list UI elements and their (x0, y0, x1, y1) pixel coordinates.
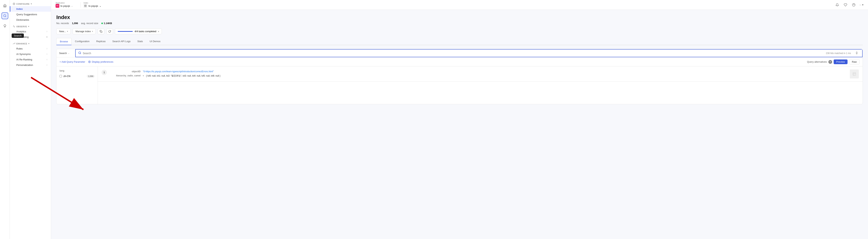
facet-item[interactable]: zh-CN 1,096 (60, 74, 95, 78)
tab-ui-demos[interactable]: UI Demos (146, 38, 164, 45)
facet-label: zh-CN (63, 75, 70, 78)
configure-section: CONFIGURE ▾ (10, 0, 51, 6)
tab-search-api-logs[interactable]: Search API Logs (109, 38, 134, 45)
new-button[interactable]: New... ▾ (56, 28, 71, 34)
app-selector: Application TY ts-yayujs ⌄ (56, 2, 73, 8)
facet-count: 1,096 (87, 75, 95, 78)
objectid-field-value[interactable]: "0-https://ts.yayujs.com/learn-typescrip… (143, 70, 214, 73)
progress-fill (118, 31, 133, 32)
svg-line-1 (5, 17, 6, 17)
sidebar-item-index[interactable]: Index (10, 6, 51, 12)
task-progress[interactable]: 4/4 tasks completed › (115, 28, 162, 34)
search-input[interactable] (83, 52, 825, 55)
index-selector: Index ts-yayujs ⌄ (84, 2, 101, 8)
ab-testing-star[interactable]: ★ (46, 36, 48, 38)
enhance-section: ENHANCE ▾ (10, 40, 51, 46)
size-dot (101, 23, 103, 24)
app-icon: TY (56, 4, 59, 8)
app-chevron: ⌄ (71, 5, 73, 7)
tab-replicas[interactable]: Replicas (93, 38, 109, 45)
expand-button[interactable]: ··· ▾ (859, 3, 864, 6)
observe-chevron: ▾ (28, 25, 29, 27)
size-value: 1.14KB (104, 22, 112, 25)
svg-point-9 (79, 52, 81, 54)
observe-label[interactable]: OBSERVE ▾ (13, 25, 48, 28)
topbar-divider (80, 2, 81, 8)
rules-star[interactable]: ☆ (46, 47, 48, 50)
personalization-star[interactable]: ☆ (46, 64, 48, 66)
ai-reranking-star[interactable]: ☆ (46, 58, 48, 61)
search-tooltip: Search (12, 33, 24, 38)
query-alt-close[interactable]: ✕ (828, 60, 832, 64)
heart-icon[interactable] (843, 2, 848, 7)
tab-browse[interactable]: Browse (56, 38, 71, 45)
ai-synonyms-star[interactable]: ☆ (46, 53, 48, 55)
query-alternatives: Query alternatives ✕ Preview Raw (807, 59, 860, 64)
hierarchy-field-value: { lvl0: null, lvl1: null, lvl2: "留言评论", … (146, 74, 220, 78)
svg-rect-14 (853, 73, 856, 76)
action-bar: New... ▾ Manage index ▾ 4/4 tasks comple… (56, 28, 863, 34)
result-thumbnail (850, 70, 859, 78)
icon-rail: Search (0, 0, 10, 239)
help-icon[interactable] (851, 2, 856, 7)
field-row-hierarchy: hierarchy_radio_camel ▾ { lvl0: null, lv… (111, 74, 846, 78)
svg-line-10 (80, 53, 81, 54)
tab-configuration[interactable]: Configuration (71, 38, 93, 45)
sidebar-item-query-suggestions[interactable]: Query Suggestions (10, 12, 51, 17)
size-label: avg. record size (81, 22, 98, 25)
tasks-label: 4/4 tasks completed (134, 30, 156, 33)
mic-icon[interactable] (854, 52, 860, 55)
topbar: Application TY ts-yayujs ⌄ Index ts-yayu… (51, 0, 868, 10)
add-query-param-button[interactable]: + Add Query Parameter (60, 60, 85, 63)
svg-point-2 (14, 4, 14, 4)
configure-label[interactable]: CONFIGURE ▾ (13, 3, 48, 5)
home-icon[interactable] (1, 2, 8, 9)
index-icon (84, 4, 87, 8)
result-fields: objectID "0-https://ts.yayujs.com/learn-… (111, 70, 846, 78)
records-value: 1,096 (72, 22, 78, 25)
tasks-chevron: › (158, 30, 159, 33)
facets-panel: lang zh-CN 1,096 (57, 67, 98, 104)
lightbulb-icon[interactable] (1, 23, 8, 29)
field-row-objectid: objectID "0-https://ts.yayujs.com/learn-… (111, 70, 846, 74)
search-type-selector[interactable]: Search ⌄ (57, 50, 75, 56)
search-rail-icon[interactable]: Search (1, 12, 8, 19)
preview-button[interactable]: Preview (834, 59, 847, 64)
raw-button[interactable]: Raw (849, 59, 860, 64)
analytics-star[interactable]: ☆ (46, 30, 48, 33)
tab-stats[interactable]: Stats (134, 38, 146, 45)
sidebar-item-ai-reranking[interactable]: AI Re-Ranking ☆ (10, 57, 51, 62)
manage-chevron: ▾ (92, 30, 93, 32)
facet-checkbox[interactable] (60, 75, 62, 77)
browse-panel: Search ⌄ 238 hits matched in 1 ms + Add … (56, 49, 863, 104)
enhance-label[interactable]: ENHANCE ▾ (13, 42, 48, 45)
topbar-right: ··· ▾ (835, 2, 864, 7)
records-label: No. records (56, 22, 69, 25)
svg-rect-3 (85, 5, 86, 7)
index-dropdown[interactable]: ts-yayujs ⌄ (84, 4, 101, 8)
page-meta: No. records 1,096 avg. record size 1.14K… (56, 22, 863, 25)
display-preferences-button[interactable]: Display preferences (88, 60, 113, 63)
objectid-field-name: objectID (111, 70, 141, 73)
results-main: 1 objectID "0-https://ts.yayujs.com/lear… (98, 67, 863, 104)
index-name: ts-yayujs (88, 4, 98, 7)
sidebar-item-rules[interactable]: Rules ☆ (10, 46, 51, 51)
app-name: ts-yayujs (60, 4, 70, 7)
sidebar-item-dictionaries[interactable]: Dictionaries (10, 17, 51, 23)
index-chevron: ⌄ (99, 4, 101, 7)
query-row: + Add Query Parameter Display preference… (57, 57, 863, 67)
new-chevron: ▾ (67, 30, 68, 32)
hierarchy-chevron[interactable]: ▾ (143, 75, 144, 77)
tabs: Browse Configuration Replicas Search API… (56, 38, 863, 45)
sidebar-item-personalization[interactable]: Personalization ☆ (10, 62, 51, 68)
result-number: 1 (101, 70, 107, 75)
sidebar-item-ai-synonyms[interactable]: AI Synonyms ☆ (10, 51, 51, 57)
refresh-button[interactable] (106, 29, 113, 34)
app-dropdown[interactable]: TY ts-yayujs ⌄ (56, 4, 73, 8)
bell-icon[interactable] (835, 2, 840, 7)
svg-rect-8 (101, 31, 102, 32)
copy-button[interactable] (98, 29, 104, 34)
manage-index-button[interactable]: Manage index ▾ (73, 28, 96, 34)
search-hits: 238 hits matched in 1 ms (826, 52, 851, 55)
configure-chevron: ▾ (31, 3, 32, 5)
